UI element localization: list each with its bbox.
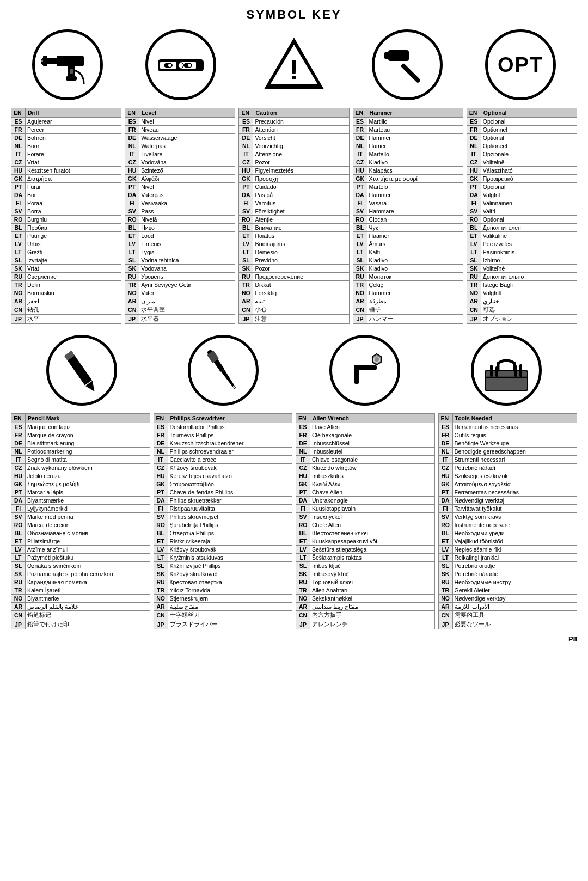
table-row: ITCacciavite a croce (154, 456, 292, 464)
table-row: BLНиво (125, 224, 235, 232)
page-title: SYMBOL KEY (11, 8, 577, 22)
table-row: SVBorra (11, 207, 121, 216)
table-row: LVSešstūra stieņatsléga (296, 546, 435, 554)
table-row: LVPēc izvēles (467, 240, 577, 248)
symbol-table-level: ENLevelESNivelFRNiveauDEWasserwaageNLWat… (125, 108, 235, 324)
table-row: DEKreuzschlitzschraubendreher (154, 439, 292, 448)
table-row: LVLīmenis (125, 240, 235, 248)
table-row: TRGerekli Aletler (438, 586, 577, 595)
table-row: NOForsiktig (239, 289, 349, 297)
table-row: LVBrīdinājums (239, 240, 349, 248)
table-row: DAPhilips skruetrækker (154, 497, 292, 505)
table-row: CN水平调整 (125, 305, 235, 315)
table-row: NOBormaskin (11, 289, 121, 297)
table-row: FIVasara (353, 199, 463, 207)
table-row: PTOpcional (467, 183, 577, 191)
table-row: LTPasirinktiinis (467, 248, 577, 256)
table-row: SLImbus ključ (296, 562, 435, 570)
symbol-table-optional: ENOptionalESOpcionalFROptionnelDEOptiona… (467, 108, 577, 324)
svg-marker-3 (41, 57, 45, 66)
table-row: CN十字螺丝刀 (154, 611, 292, 620)
svg-rect-6 (70, 69, 73, 74)
table-row: DEVorsicht (239, 134, 349, 142)
table-row: CZVodováha (125, 158, 235, 167)
table-row: HUKalapács (353, 167, 463, 175)
table-row: RUТорцовый ключ (296, 578, 435, 586)
drill-icon (32, 29, 103, 100)
svg-text:!: ! (289, 54, 298, 85)
table-row: ITMartello (353, 150, 463, 158)
table-row: HUVálasztható (467, 167, 577, 175)
table-row: FIPoraa (11, 199, 121, 207)
table-row: ROOptional (467, 216, 577, 224)
table-row: ROMarcaj de creion (11, 521, 150, 529)
table-row: ARاختياري (467, 297, 577, 305)
table-row: BLНеобходими уреди (438, 529, 577, 537)
table-row: SLIzbirno (467, 256, 577, 265)
svg-rect-32 (354, 365, 359, 384)
allen-wrench-icon (329, 335, 400, 406)
table-row: NLPhillips schroevendraaier (154, 448, 292, 456)
svg-rect-41 (514, 365, 517, 377)
table-row: TRİsteğe Bağlı (467, 281, 577, 289)
table-row: FRPercer (11, 126, 121, 134)
table-row: SKKrižový skrutkovač (154, 570, 292, 578)
table-row: RUПредостережение (239, 273, 349, 281)
table-row: ROCiocan (353, 216, 463, 224)
table-row: RUКрестовая отвертка (154, 578, 292, 586)
optional-icon: OPT (485, 29, 556, 100)
table-row: SLPrevidno (239, 256, 349, 265)
table-row: DEBohren (11, 134, 121, 142)
svg-rect-21 (384, 52, 391, 59)
table-row: JPオプション (467, 315, 577, 324)
table-row: GKΚλειδί Αλεν (296, 480, 435, 488)
table-row: ITOpzionale (467, 150, 577, 158)
symbol-table-tools-needed: ENTools NeededESHerramientas necesariasF… (438, 413, 578, 629)
table-row: PTFurar (11, 183, 121, 191)
table-row: SLPotrebno orodje (438, 562, 577, 570)
table-row: CN内六方扳手 (296, 611, 435, 620)
symbol-table-hammer: ENHammerESMartilloFRMarteauDEHammerNLHam… (353, 108, 463, 324)
table-row: FITarvittavat työkalut (438, 505, 577, 513)
svg-rect-7 (66, 76, 77, 81)
table-row: ARمطرقة (353, 297, 463, 305)
table-row: CZKladivo (353, 158, 463, 167)
table-row: NOValgfritt (467, 289, 577, 297)
table-row: ROCheie Allen (296, 521, 435, 529)
table-row: BLОтвертка Phillips (154, 529, 292, 537)
table-row: HUFigyelmeztetés (239, 167, 349, 175)
table-row: JP注意 (239, 315, 349, 324)
table-row: NOVater (125, 289, 235, 297)
table-row: ARتنبيه (239, 297, 349, 305)
table-row: HUImbuszkulcs (296, 472, 435, 480)
table-row: ETHoiatus. (239, 232, 349, 240)
caution-icon: ! (259, 29, 329, 100)
table-row: GKΑλφάδι (125, 175, 235, 183)
table-row: SKPoznamenajte si polohu ceruzkou (11, 570, 150, 578)
toolbox-icon (471, 335, 542, 406)
table-row: ARالأدوات اللازمة (438, 603, 577, 611)
table-row: LTKalti (353, 248, 463, 256)
table-row: ROȘurubelniță Phillips (154, 521, 292, 529)
symbols-row-2 (11, 335, 577, 406)
table-row: SLVodna tehtnica (125, 256, 235, 265)
table-row: CZKlucz do wkrętów (296, 464, 435, 472)
table-row: SKVoliteľné (467, 265, 577, 273)
table-row: LVNepieciešamie rīki (438, 546, 577, 554)
table-row: ETVajajlikud töönistőd (438, 537, 577, 546)
table-row: FIVesivaaka (125, 199, 235, 207)
table-row: CZPotřebné nářadí (438, 464, 577, 472)
table-row: DEHammer (353, 134, 463, 142)
table-row: ESOpcional (467, 118, 577, 126)
table-row: RUКарандашная пометка (11, 578, 150, 586)
table-row: ESMartillo (353, 118, 463, 126)
table-row: FROutils requis (438, 431, 577, 439)
table-row: NLPotloodmarkering (11, 448, 150, 456)
table-row: ROAtenție (239, 216, 349, 224)
table-row: RUДополнительно (467, 273, 577, 281)
table-row: PTMartelo (353, 183, 463, 191)
table-row: CN钻孔 (11, 305, 121, 315)
table-row: ESAgujerear (11, 118, 121, 126)
table-row: NLBoor (11, 142, 121, 150)
table-row: SLIzvrtajte (11, 256, 121, 265)
